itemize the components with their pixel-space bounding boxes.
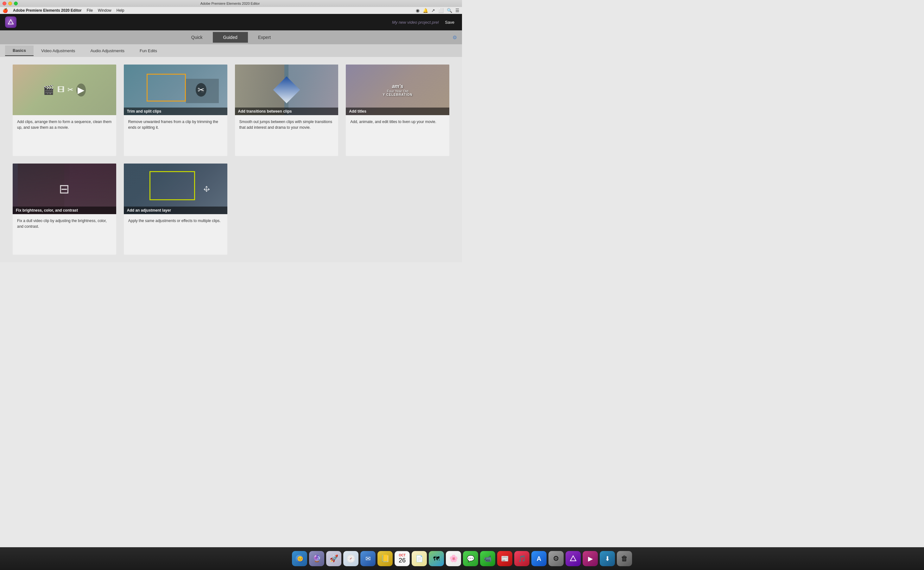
menu-right-icons: ◉ 🔔 ↗ ⬜ 🔍 ☰	[416, 8, 460, 13]
card-get-started[interactable]: 🎬 🎞 ✂ ▶ Get started Add clips, arrange t…	[13, 64, 116, 156]
tab-guided[interactable]: Guided	[213, 32, 248, 43]
card-titles-desc: Add, animate, and edit titles to liven u…	[346, 115, 449, 130]
window-title: Adobe Premiere Elements 2020 Editor	[1, 2, 460, 5]
card-trim-image: ▤ ✂ Trim and split clips	[124, 64, 228, 115]
card-brightness-image: ⊟ Fix brightness, color, and contrast	[13, 164, 116, 214]
card-transitions-label: Add transitions between clips	[235, 107, 338, 115]
app-header: My new video project.prel Save	[0, 14, 462, 31]
project-name: My new video project.prel	[392, 20, 438, 25]
svg-marker-0	[8, 20, 13, 24]
card-trim-desc: Remove unwanted frames from a clip by tr…	[124, 115, 228, 135]
card-adjustment-label: Add an adjustment layer	[124, 207, 228, 214]
help-menu[interactable]: Help	[117, 8, 125, 13]
card-brightness[interactable]: ⊟ Fix brightness, color, and contrast Fi…	[13, 164, 116, 255]
card-transitions[interactable]: Add transitions between clips Smooth out…	[235, 64, 338, 156]
notification-icon[interactable]: 🔔	[423, 8, 428, 13]
card-adjustment-image: ↔ ↔ Add an adjustment layer	[124, 164, 228, 214]
subtab-video-adjustments[interactable]: Video Adjustments	[34, 46, 83, 56]
settings-icon[interactable]: ⚙	[452, 34, 457, 40]
display-icon[interactable]: ⬜	[438, 8, 444, 13]
menu-list-icon[interactable]: ☰	[455, 8, 460, 13]
card-adjustment-desc: Apply the same adjustments or effects to…	[124, 214, 228, 229]
apple-menu-icon[interactable]: 🍎	[3, 8, 8, 13]
tab-expert[interactable]: Expert	[248, 32, 281, 42]
card-titles[interactable]: am's Four Year Old Y CELEBRATION Add tit…	[346, 64, 449, 156]
app-name-menu[interactable]: Adobe Premiere Elements 2020 Editor	[13, 8, 82, 13]
card-transitions-image: Add transitions between clips	[235, 64, 338, 115]
subtab-fun-edits[interactable]: Fun Edits	[132, 46, 165, 56]
title-bar: Adobe Premiere Elements 2020 Editor	[0, 0, 462, 7]
app-header-right: My new video project.prel Save	[392, 19, 457, 26]
sub-tabs: Basics Video Adjustments Audio Adjustmen…	[0, 44, 462, 57]
screencast-icon[interactable]: ↗	[431, 8, 435, 13]
tab-quick[interactable]: Quick	[181, 32, 213, 42]
content-area: 🎬 🎞 ✂ ▶ Get started Add clips, arrange t…	[0, 57, 462, 262]
card-trim-label: Trim and split clips	[124, 107, 228, 115]
file-menu[interactable]: File	[87, 8, 93, 13]
card-titles-image: am's Four Year Old Y CELEBRATION Add tit…	[346, 64, 449, 115]
app-logo	[5, 17, 17, 28]
menu-bar: 🍎 Adobe Premiere Elements 2020 Editor Fi…	[0, 7, 462, 14]
subtab-basics[interactable]: Basics	[5, 46, 34, 56]
airdrop-icon[interactable]: ◉	[416, 8, 420, 13]
mode-tabs: Quick Guided Expert ⚙	[0, 31, 462, 44]
card-transitions-desc: Smooth out jumps between clips with simp…	[235, 115, 338, 135]
card-brightness-label: Fix brightness, color, and contrast	[13, 207, 116, 214]
card-brightness-desc: Fix a dull video clip by adjusting the b…	[13, 214, 116, 234]
card-get-started-desc: Add clips, arrange them to form a sequen…	[13, 115, 116, 135]
card-trim-split[interactable]: ▤ ✂ Trim and split clips Remove unwanted…	[124, 64, 228, 156]
card-titles-label: Add titles	[346, 107, 449, 115]
search-icon[interactable]: 🔍	[447, 8, 452, 13]
window-menu[interactable]: Window	[98, 8, 111, 13]
subtab-audio-adjustments[interactable]: Audio Adjustments	[83, 46, 132, 56]
card-get-started-image: 🎬 🎞 ✂ ▶	[13, 64, 116, 115]
save-button[interactable]: Save	[442, 19, 457, 26]
card-adjustment[interactable]: ↔ ↔ Add an adjustment layer Apply the sa…	[124, 164, 228, 255]
